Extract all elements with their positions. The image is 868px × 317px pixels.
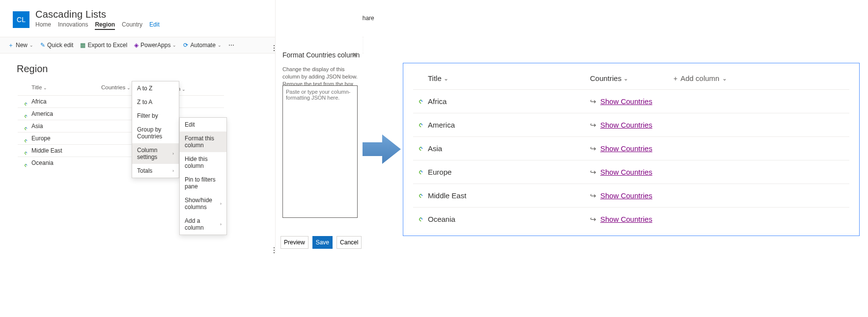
panel-title: Format Countries column — [282, 51, 360, 59]
site-title: Cascading Lists — [35, 9, 160, 20]
new-item-icon — [419, 99, 425, 107]
new-item-icon — [25, 138, 28, 142]
arrow-right-icon: ↪ — [590, 215, 596, 224]
chevron-down-icon: ⌄ — [623, 75, 628, 82]
new-item-icon — [25, 102, 28, 106]
row-title: Middle East — [31, 147, 62, 154]
arrow-right-icon: ↪ — [590, 168, 596, 177]
result-row-title: Oceania — [428, 215, 455, 223]
submenu-item[interactable]: Pin to filters pane — [180, 173, 226, 193]
ellipsis-icon: ⋯ — [228, 42, 234, 49]
result-row[interactable]: America↪Show Countries — [413, 113, 849, 136]
result-column-add[interactable]: +Add column⌄ — [673, 74, 849, 82]
site-nav: Home Innovations Region Country Edit — [35, 21, 160, 30]
new-item-icon — [25, 163, 28, 167]
result-row-title: America — [428, 121, 455, 129]
chevron-right-icon: › — [220, 222, 222, 227]
chevron-right-icon: › — [172, 168, 174, 173]
new-item-icon — [419, 123, 425, 131]
result-row[interactable]: Oceania↪Show Countries — [413, 207, 849, 231]
new-button[interactable]: ＋New⌄ — [8, 41, 33, 50]
more-button[interactable]: ⋯ — [228, 42, 234, 49]
show-countries-link[interactable]: Show Countries — [600, 168, 652, 176]
chevron-down-icon: ⌄ — [172, 43, 176, 48]
new-item-icon — [25, 114, 28, 118]
plus-icon: ＋ — [8, 41, 14, 50]
row-title: Oceania — [31, 159, 54, 166]
json-textarea[interactable] — [282, 85, 358, 218]
nav-edit[interactable]: Edit — [149, 21, 160, 30]
panel-buttons: Preview Save Cancel — [280, 236, 358, 249]
flow-icon: ⟳ — [183, 42, 188, 49]
result-row-title: Asia — [428, 144, 442, 153]
transition-arrow-icon — [359, 132, 402, 166]
nav-innovations[interactable]: Innovations — [58, 21, 88, 30]
menu-item[interactable]: Group by Countries — [132, 123, 179, 143]
new-item-icon — [419, 146, 425, 155]
row-title: Europe — [31, 135, 51, 142]
quick-edit-button[interactable]: ✎Quick edit — [40, 42, 73, 49]
result-row[interactable]: Europe↪Show Countries — [413, 160, 849, 184]
result-column-countries[interactable]: Countries⌄ — [590, 74, 673, 82]
nav-home[interactable]: Home — [35, 21, 51, 30]
result-row-title: Middle East — [428, 191, 466, 200]
save-button[interactable]: Save — [312, 236, 333, 249]
chevron-down-icon: ⌄ — [127, 85, 131, 90]
powerapps-icon: ◈ — [134, 42, 139, 49]
site-logo[interactable]: CL — [13, 11, 29, 28]
result-row[interactable]: Middle East↪Show Countries — [413, 184, 849, 207]
row-title: Asia — [31, 123, 43, 130]
chevron-right-icon: › — [172, 151, 174, 156]
automate-button[interactable]: ⟳Automate⌄ — [183, 42, 221, 49]
powerapps-button[interactable]: ◈PowerApps⌄ — [134, 42, 176, 49]
close-icon[interactable]: ✕ — [352, 51, 358, 58]
chevron-down-icon: ⌄ — [43, 85, 47, 90]
new-item-icon — [419, 170, 425, 178]
preview-button[interactable]: Preview — [280, 236, 308, 249]
new-item-icon — [25, 151, 28, 155]
list-row[interactable]: Africa — [18, 95, 224, 107]
edit-icon: ✎ — [40, 42, 45, 49]
result-row[interactable]: Asia↪Show Countries — [413, 136, 849, 160]
new-item-icon — [419, 193, 425, 202]
column-settings-submenu: EditFormat this columnHide this columnPi… — [179, 117, 227, 235]
result-column-title[interactable]: Title⌄ — [428, 74, 590, 82]
export-excel-button[interactable]: ▦Export to Excel — [80, 42, 127, 49]
submenu-item[interactable]: Add a column› — [180, 214, 226, 235]
chevron-down-icon: ⌄ — [444, 75, 448, 82]
menu-item[interactable]: Totals› — [132, 164, 179, 178]
column-context-menu: A to ZZ to AFilter byGroup by CountriesC… — [132, 81, 179, 178]
menu-item[interactable]: Filter by — [132, 109, 179, 123]
submenu-item[interactable]: Show/hide columns› — [180, 193, 226, 214]
chevron-down-icon: ⌄ — [29, 43, 33, 48]
menu-item[interactable]: Column settings› — [132, 143, 179, 164]
show-countries-link[interactable]: Show Countries — [600, 97, 652, 106]
menu-item[interactable]: A to Z — [132, 81, 179, 95]
submenu-item[interactable]: Edit — [180, 118, 226, 132]
result-row-title: Europe — [428, 168, 451, 176]
menu-item[interactable]: Z to A — [132, 95, 179, 109]
new-item-icon — [25, 126, 28, 130]
excel-icon: ▦ — [80, 42, 85, 49]
nav-country[interactable]: Country — [122, 21, 142, 30]
show-countries-link[interactable]: Show Countries — [600, 121, 652, 129]
nav-region[interactable]: Region — [95, 21, 115, 30]
chevron-down-icon: ⌄ — [722, 75, 727, 82]
new-item-icon — [419, 217, 425, 225]
panel-resize-handle[interactable] — [273, 33, 276, 63]
show-countries-link[interactable]: Show Countries — [600, 215, 652, 223]
result-list: Title⌄ Countries⌄ +Add column⌄ Africa↪Sh… — [403, 63, 860, 236]
show-countries-link[interactable]: Show Countries — [600, 191, 652, 200]
arrow-right-icon: ↪ — [590, 97, 596, 106]
submenu-item[interactable]: Format this column — [180, 132, 226, 152]
row-title: Africa — [31, 98, 47, 105]
arrow-right-icon: ↪ — [590, 144, 596, 153]
submenu-item[interactable]: Hide this column — [180, 152, 226, 173]
panel-resize-handle[interactable] — [273, 236, 276, 265]
column-header-title[interactable]: Title⌄ — [18, 84, 101, 92]
result-row[interactable]: Africa↪Show Countries — [413, 89, 849, 113]
result-header: Title⌄ Countries⌄ +Add column⌄ — [413, 70, 849, 89]
show-countries-link[interactable]: Show Countries — [600, 144, 652, 153]
cancel-button[interactable]: Cancel — [336, 236, 362, 249]
list-header: Title⌄ Countries⌄ + Add column⌄ — [18, 81, 224, 95]
